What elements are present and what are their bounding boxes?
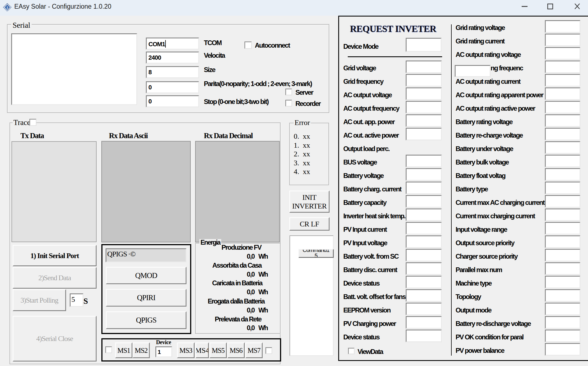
svg-text:1: 1 — [6, 5, 8, 10]
